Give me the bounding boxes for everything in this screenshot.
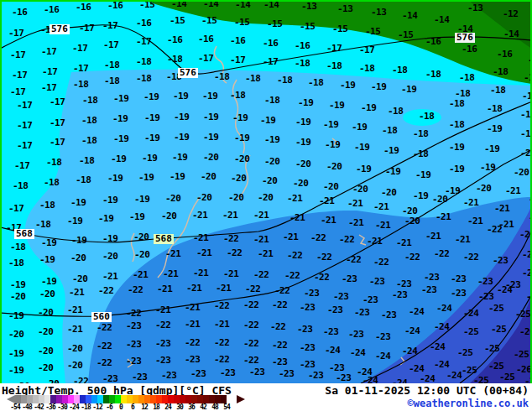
temperature-value: -17	[136, 37, 151, 47]
temperature-value: -23	[161, 371, 176, 381]
temperature-value: -23	[381, 310, 396, 320]
temperature-value: -20	[476, 184, 491, 194]
temperature-value: -18	[493, 67, 508, 77]
temperature-value: -23	[451, 289, 466, 299]
temperature-value: -19	[129, 212, 144, 222]
temperature-value: -17	[10, 87, 25, 97]
temperature-value: -20	[134, 250, 149, 260]
temperature-value: -20	[404, 216, 420, 226]
legend-color-segment	[109, 395, 115, 403]
contour-label: 560	[91, 312, 112, 322]
temperature-value: -20	[381, 188, 396, 198]
temperature-value: -16	[198, 34, 213, 44]
legend-tick-label: 54	[223, 403, 230, 411]
legend-tick-label: 42	[200, 403, 206, 411]
temperature-value: -19	[71, 236, 86, 246]
temperature-value: -16	[167, 35, 182, 45]
temperature-value: -23	[126, 321, 141, 331]
temperature-value: -22	[284, 271, 300, 281]
temperature-value: -20	[231, 174, 246, 184]
temperature-value: -23	[327, 305, 342, 315]
temperature-value: -18	[104, 76, 119, 86]
legend-color-segment	[156, 395, 162, 403]
legend-color-segment	[21, 395, 27, 403]
temperature-value: -19	[8, 311, 23, 321]
temperature-value: -19	[113, 134, 128, 144]
temperature-value: -20	[67, 344, 82, 354]
temperature-value: -21	[69, 288, 84, 298]
temperature-value: -19	[39, 255, 55, 265]
copyright-link[interactable]: ©weatheronline.co.uk	[408, 398, 529, 409]
temperature-value: -19	[264, 135, 279, 145]
temperature-value: -17	[73, 64, 88, 74]
temperature-value: -18	[308, 78, 323, 88]
temperature-value: -20	[264, 157, 279, 167]
legend-color-segment	[203, 395, 209, 403]
temperature-value: -19	[520, 129, 532, 139]
temperature-value: -22	[314, 273, 329, 283]
temperature-value: -22	[463, 252, 478, 263]
temperature-value: -19	[8, 366, 23, 376]
temperature-value: -22	[310, 233, 326, 243]
temperature-value: -24	[522, 268, 532, 278]
temperature-value: -18	[277, 75, 292, 86]
temperature-value: -17	[198, 54, 213, 64]
temperature-value: -18	[230, 91, 245, 101]
temperature-value: -17	[42, 67, 57, 77]
temperature-value: -22	[214, 355, 229, 365]
temperature-value: -18	[413, 149, 428, 159]
temperature-value: -16	[462, 44, 477, 55]
temperature-value: -17	[8, 29, 23, 39]
legend-color-segment	[68, 395, 74, 403]
temperature-value: -18	[459, 73, 474, 83]
temperature-value: -17	[50, 138, 65, 148]
temperature-value: -19	[170, 172, 185, 182]
temperature-value: -20	[161, 211, 176, 221]
temperature-value: -18	[413, 129, 428, 139]
temperature-value: -20	[514, 168, 529, 178]
temperature-value: -22	[272, 300, 287, 310]
temperature-value: -26	[516, 365, 531, 375]
temperature-value: -18	[487, 104, 502, 114]
temperature-value: -17	[326, 44, 342, 54]
temperature-value: -19	[8, 349, 23, 359]
temperature-value: -21	[163, 269, 178, 279]
temperature-value: -23	[220, 368, 235, 378]
temperature-value: -13	[337, 4, 352, 14]
temperature-value: -24	[420, 374, 435, 383]
temperature-value: -23	[424, 273, 439, 283]
temperature-value: -20	[352, 185, 368, 195]
contour-label: 576	[455, 33, 475, 43]
temperature-value: -22	[373, 258, 389, 268]
temperature-value: -19	[67, 216, 82, 226]
temperature-value: -23	[155, 356, 170, 366]
weather-map-screenshot: -16-16-16-16-15-14-14-14-14-13-13-13-14-…	[0, 0, 532, 411]
legend-color-segment	[209, 395, 215, 403]
temperature-value: -17	[10, 50, 25, 60]
temperature-value: -21	[165, 249, 180, 259]
temperature-value: -22	[185, 338, 200, 348]
temperature-value: -15	[300, 22, 315, 32]
temperature-value: -16	[425, 37, 441, 47]
temperature-value: -21	[375, 221, 390, 231]
temperature-value: -15	[365, 27, 380, 37]
legend-color-segment	[221, 395, 227, 403]
temperature-value: -16	[497, 49, 512, 60]
contour-label: 576	[178, 68, 198, 78]
legend-tick-label: -30	[57, 403, 66, 411]
temperature-value: -17	[359, 45, 374, 55]
temperature-value: -18	[245, 74, 260, 84]
temperature-value: -21	[222, 211, 237, 221]
temperature-value: -25	[484, 344, 499, 354]
temperature-value: -17	[79, 23, 94, 34]
temperature-value: -23	[126, 356, 141, 367]
temperature-value: -23	[493, 256, 508, 266]
legend-arrow-left-icon	[7, 395, 15, 403]
temperature-value: -14	[235, 0, 250, 10]
temperature-value: -24	[409, 307, 424, 317]
temperature-value: -22	[243, 320, 258, 330]
temperature-value: -15	[139, 0, 154, 10]
temperature-value: -16	[295, 41, 310, 51]
temperature-value: -18	[82, 96, 97, 106]
temperature-value: -17	[41, 83, 56, 93]
